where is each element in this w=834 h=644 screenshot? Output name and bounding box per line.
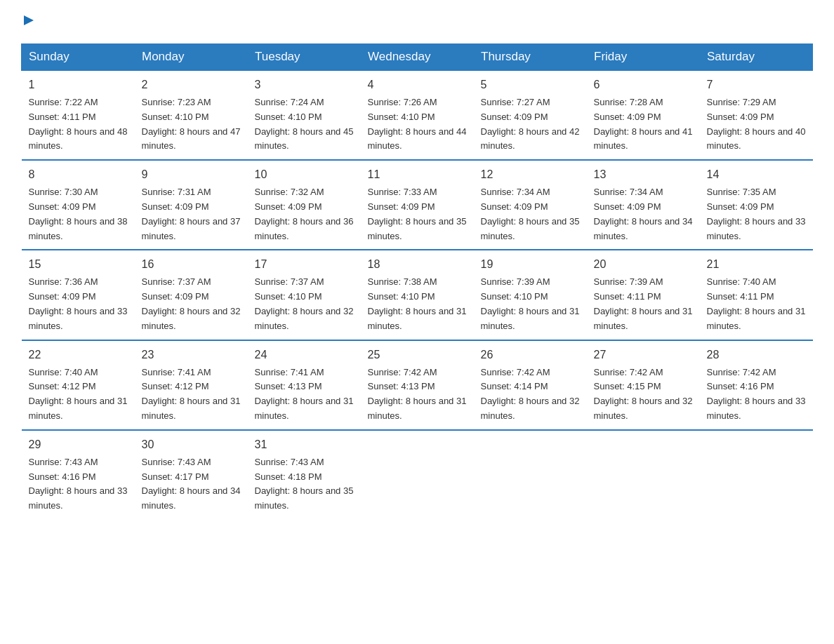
calendar-cell: 9 Sunrise: 7:31 AMSunset: 4:09 PMDayligh… xyxy=(135,160,248,250)
col-tuesday: Tuesday xyxy=(248,44,361,71)
day-number: 25 xyxy=(368,347,467,363)
calendar-week-row: 22 Sunrise: 7:40 AMSunset: 4:12 PMDaylig… xyxy=(22,340,813,430)
day-number: 14 xyxy=(707,166,806,183)
day-info: Sunrise: 7:37 AMSunset: 4:10 PMDaylight:… xyxy=(255,275,354,333)
calendar-cell: 8 Sunrise: 7:30 AMSunset: 4:09 PMDayligh… xyxy=(22,160,135,250)
day-number: 5 xyxy=(481,76,580,93)
col-sunday: Sunday xyxy=(22,44,135,71)
calendar-cell: 17 Sunrise: 7:37 AMSunset: 4:10 PMDaylig… xyxy=(248,250,361,340)
day-info: Sunrise: 7:35 AMSunset: 4:09 PMDaylight:… xyxy=(707,185,806,243)
day-info: Sunrise: 7:42 AMSunset: 4:15 PMDaylight:… xyxy=(594,365,693,424)
day-info: Sunrise: 7:43 AMSunset: 4:16 PMDaylight:… xyxy=(29,455,128,514)
calendar-cell: 29 Sunrise: 7:43 AMSunset: 4:16 PMDaylig… xyxy=(22,430,135,519)
calendar-cell: 23 Sunrise: 7:41 AMSunset: 4:12 PMDaylig… xyxy=(135,340,248,430)
calendar-cell: 30 Sunrise: 7:43 AMSunset: 4:17 PMDaylig… xyxy=(135,430,248,519)
day-info: Sunrise: 7:32 AMSunset: 4:09 PMDaylight:… xyxy=(255,185,354,243)
day-number: 21 xyxy=(707,256,806,273)
day-info: Sunrise: 7:30 AMSunset: 4:09 PMDaylight:… xyxy=(29,185,128,243)
day-info: Sunrise: 7:43 AMSunset: 4:17 PMDaylight:… xyxy=(142,455,241,514)
calendar-header-row: Sunday Monday Tuesday Wednesday Thursday… xyxy=(22,44,813,71)
day-number: 24 xyxy=(255,347,354,363)
day-number: 26 xyxy=(481,347,580,363)
calendar-cell xyxy=(587,430,700,519)
day-number: 31 xyxy=(255,436,354,453)
calendar-cell: 10 Sunrise: 7:32 AMSunset: 4:09 PMDaylig… xyxy=(248,160,361,250)
calendar-cell: 27 Sunrise: 7:42 AMSunset: 4:15 PMDaylig… xyxy=(587,340,700,430)
calendar-cell: 2 Sunrise: 7:23 AMSunset: 4:10 PMDayligh… xyxy=(135,70,248,160)
day-info: Sunrise: 7:34 AMSunset: 4:09 PMDaylight:… xyxy=(481,185,580,243)
day-info: Sunrise: 7:39 AMSunset: 4:10 PMDaylight:… xyxy=(481,275,580,333)
calendar-cell: 14 Sunrise: 7:35 AMSunset: 4:09 PMDaylig… xyxy=(700,160,813,250)
calendar-cell: 18 Sunrise: 7:38 AMSunset: 4:10 PMDaylig… xyxy=(361,250,474,340)
col-wednesday: Wednesday xyxy=(361,44,474,71)
svg-marker-0 xyxy=(24,15,34,25)
page-header xyxy=(21,14,813,29)
col-saturday: Saturday xyxy=(700,44,813,71)
col-thursday: Thursday xyxy=(474,44,587,71)
calendar-cell: 1 Sunrise: 7:22 AMSunset: 4:11 PMDayligh… xyxy=(22,70,135,160)
calendar-cell: 4 Sunrise: 7:26 AMSunset: 4:10 PMDayligh… xyxy=(361,70,474,160)
calendar-cell: 5 Sunrise: 7:27 AMSunset: 4:09 PMDayligh… xyxy=(474,70,587,160)
day-info: Sunrise: 7:39 AMSunset: 4:11 PMDaylight:… xyxy=(594,275,693,333)
day-number: 29 xyxy=(29,436,128,453)
day-info: Sunrise: 7:31 AMSunset: 4:09 PMDaylight:… xyxy=(142,185,241,243)
calendar-cell xyxy=(700,430,813,519)
day-info: Sunrise: 7:27 AMSunset: 4:09 PMDaylight:… xyxy=(481,95,580,154)
day-number: 11 xyxy=(368,166,467,183)
day-number: 18 xyxy=(368,256,467,273)
calendar-cell: 3 Sunrise: 7:24 AMSunset: 4:10 PMDayligh… xyxy=(248,70,361,160)
day-info: Sunrise: 7:41 AMSunset: 4:13 PMDaylight:… xyxy=(255,365,354,424)
calendar-cell: 15 Sunrise: 7:36 AMSunset: 4:09 PMDaylig… xyxy=(22,250,135,340)
calendar-week-row: 8 Sunrise: 7:30 AMSunset: 4:09 PMDayligh… xyxy=(22,160,813,250)
calendar-cell: 28 Sunrise: 7:42 AMSunset: 4:16 PMDaylig… xyxy=(700,340,813,430)
day-info: Sunrise: 7:33 AMSunset: 4:09 PMDaylight:… xyxy=(368,185,467,243)
calendar-cell: 20 Sunrise: 7:39 AMSunset: 4:11 PMDaylig… xyxy=(587,250,700,340)
day-info: Sunrise: 7:24 AMSunset: 4:10 PMDaylight:… xyxy=(255,95,354,154)
day-number: 23 xyxy=(142,347,241,363)
day-info: Sunrise: 7:42 AMSunset: 4:14 PMDaylight:… xyxy=(481,365,580,424)
calendar-table: Sunday Monday Tuesday Wednesday Thursday… xyxy=(21,43,813,519)
col-friday: Friday xyxy=(587,44,700,71)
calendar-week-row: 1 Sunrise: 7:22 AMSunset: 4:11 PMDayligh… xyxy=(22,70,813,160)
day-info: Sunrise: 7:42 AMSunset: 4:16 PMDaylight:… xyxy=(707,365,806,424)
calendar-cell: 13 Sunrise: 7:34 AMSunset: 4:09 PMDaylig… xyxy=(587,160,700,250)
day-info: Sunrise: 7:23 AMSunset: 4:10 PMDaylight:… xyxy=(142,95,241,154)
logo-flag-icon xyxy=(22,14,35,27)
day-number: 28 xyxy=(707,347,806,363)
day-number: 15 xyxy=(29,256,128,273)
day-info: Sunrise: 7:28 AMSunset: 4:09 PMDaylight:… xyxy=(594,95,693,154)
day-info: Sunrise: 7:43 AMSunset: 4:18 PMDaylight:… xyxy=(255,455,354,514)
calendar-cell: 7 Sunrise: 7:29 AMSunset: 4:09 PMDayligh… xyxy=(700,70,813,160)
calendar-cell xyxy=(474,430,587,519)
day-info: Sunrise: 7:37 AMSunset: 4:09 PMDaylight:… xyxy=(142,275,241,333)
day-info: Sunrise: 7:34 AMSunset: 4:09 PMDaylight:… xyxy=(594,185,693,243)
calendar-cell xyxy=(361,430,474,519)
day-number: 19 xyxy=(481,256,580,273)
calendar-cell: 25 Sunrise: 7:42 AMSunset: 4:13 PMDaylig… xyxy=(361,340,474,430)
day-number: 7 xyxy=(707,76,806,93)
calendar-cell: 11 Sunrise: 7:33 AMSunset: 4:09 PMDaylig… xyxy=(361,160,474,250)
calendar-cell: 6 Sunrise: 7:28 AMSunset: 4:09 PMDayligh… xyxy=(587,70,700,160)
calendar-week-row: 15 Sunrise: 7:36 AMSunset: 4:09 PMDaylig… xyxy=(22,250,813,340)
day-info: Sunrise: 7:36 AMSunset: 4:09 PMDaylight:… xyxy=(29,275,128,333)
day-info: Sunrise: 7:26 AMSunset: 4:10 PMDaylight:… xyxy=(368,95,467,154)
day-number: 3 xyxy=(255,76,354,93)
day-number: 2 xyxy=(142,76,241,93)
day-info: Sunrise: 7:38 AMSunset: 4:10 PMDaylight:… xyxy=(368,275,467,333)
calendar-cell: 26 Sunrise: 7:42 AMSunset: 4:14 PMDaylig… xyxy=(474,340,587,430)
day-number: 22 xyxy=(29,347,128,363)
day-info: Sunrise: 7:42 AMSunset: 4:13 PMDaylight:… xyxy=(368,365,467,424)
day-info: Sunrise: 7:22 AMSunset: 4:11 PMDaylight:… xyxy=(29,95,128,154)
day-number: 12 xyxy=(481,166,580,183)
day-info: Sunrise: 7:40 AMSunset: 4:12 PMDaylight:… xyxy=(29,365,128,424)
calendar-cell: 19 Sunrise: 7:39 AMSunset: 4:10 PMDaylig… xyxy=(474,250,587,340)
day-number: 17 xyxy=(255,256,354,273)
day-number: 10 xyxy=(255,166,354,183)
day-number: 16 xyxy=(142,256,241,273)
calendar-cell: 16 Sunrise: 7:37 AMSunset: 4:09 PMDaylig… xyxy=(135,250,248,340)
day-info: Sunrise: 7:41 AMSunset: 4:12 PMDaylight:… xyxy=(142,365,241,424)
day-number: 13 xyxy=(594,166,693,183)
day-number: 6 xyxy=(594,76,693,93)
calendar-cell: 12 Sunrise: 7:34 AMSunset: 4:09 PMDaylig… xyxy=(474,160,587,250)
day-number: 8 xyxy=(29,166,128,183)
